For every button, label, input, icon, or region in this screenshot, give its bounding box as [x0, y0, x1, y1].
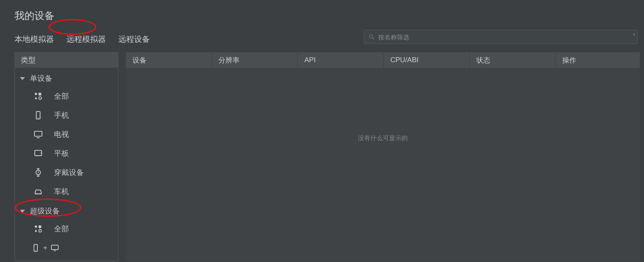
search-input[interactable]	[378, 34, 633, 41]
sidebar-item-phone-plus-monitor[interactable]: +	[15, 238, 118, 257]
table-empty-state: 没有什么可显示的	[126, 68, 640, 261]
leaf-label: 电视	[54, 129, 69, 139]
col-api[interactable]: API	[298, 52, 384, 68]
leaf-label: 平板	[54, 148, 69, 158]
table-header: 设备 分辨率 API CPU/ABI 状态 操作	[126, 52, 640, 68]
sidebar-item-tablet[interactable]: 平板	[15, 144, 118, 163]
group-label: 单设备	[30, 73, 52, 83]
leaf-label: 穿戴设备	[54, 167, 84, 177]
chevron-down-icon	[20, 77, 25, 80]
sidebar: 类型 单设备 全部 手机 电视 平板	[15, 52, 118, 261]
phone-icon	[32, 111, 45, 120]
sidebar-item-tv[interactable]: 电视	[15, 125, 118, 144]
sidebar-item-wearable[interactable]: 穿戴设备	[15, 163, 118, 182]
device-table: 设备 分辨率 API CPU/ABI 状态 操作 没有什么可显示的	[126, 52, 640, 261]
search-plus-indicator: +	[633, 33, 635, 37]
sidebar-item-car[interactable]: 车机	[15, 182, 118, 201]
plus-icon: +	[43, 244, 47, 252]
leaf-label: 手机	[54, 110, 69, 120]
col-cpu-abi[interactable]: CPU/ABI	[384, 52, 470, 68]
empty-text: 没有什么可显示的	[358, 134, 408, 142]
tab-remote-device[interactable]: 远程设备	[118, 34, 150, 45]
leaf-label: 车机	[54, 187, 69, 196]
monitor-icon	[51, 244, 59, 252]
group-label: 超级设备	[30, 206, 60, 216]
tab-remote-emulator[interactable]: 远程模拟器	[66, 34, 106, 45]
search-box[interactable]: +	[364, 30, 638, 44]
sidebar-item-super-all[interactable]: 全部	[15, 219, 118, 238]
car-icon	[32, 187, 45, 196]
col-status[interactable]: 状态	[470, 52, 556, 68]
sidebar-header: 类型	[15, 53, 118, 68]
phone-icon	[32, 244, 40, 252]
watch-icon	[32, 168, 45, 177]
page-title: 我的设备	[0, 0, 644, 22]
group-single-device[interactable]: 单设备	[15, 70, 118, 87]
group-super-device[interactable]: 超级设备	[15, 203, 118, 219]
chevron-down-icon	[20, 210, 25, 213]
tv-icon	[32, 130, 45, 139]
sidebar-item-phone[interactable]: 手机	[15, 106, 118, 125]
col-resolution[interactable]: 分辨率	[212, 52, 298, 68]
all-icon	[32, 92, 45, 101]
col-actions[interactable]: 操作	[556, 52, 640, 68]
tab-local-emulator[interactable]: 本地模拟器	[15, 34, 54, 45]
leaf-label: 全部	[54, 224, 69, 234]
leaf-label: 全部	[54, 91, 69, 101]
sidebar-item-all[interactable]: 全部	[15, 87, 118, 106]
all-icon	[32, 224, 45, 233]
tablet-icon	[32, 149, 45, 158]
search-icon	[368, 34, 375, 40]
col-device[interactable]: 设备	[126, 52, 212, 68]
